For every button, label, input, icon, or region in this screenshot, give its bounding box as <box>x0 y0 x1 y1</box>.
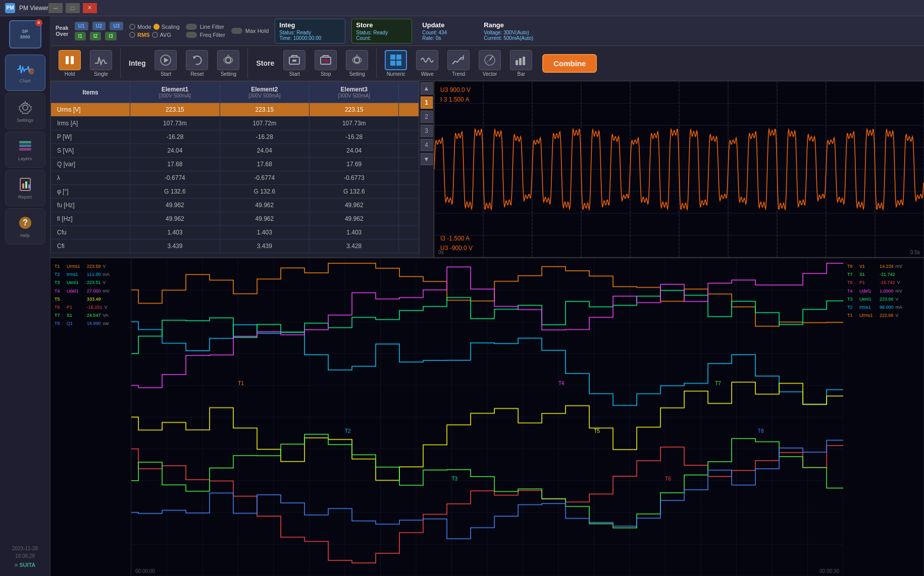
mode-radio-top[interactable] <box>129 24 135 30</box>
numeric-button[interactable]: Numeric <box>382 49 410 78</box>
avg-radio[interactable] <box>129 32 135 38</box>
wave-canvas <box>434 81 924 257</box>
svg-point-16 <box>226 58 231 63</box>
sidebar-item-settings[interactable]: Settings <box>5 93 45 129</box>
store-section: Store Status: Ready Count: <box>351 19 412 43</box>
scroll-num-1[interactable]: 1 <box>421 97 433 109</box>
legend-b-id-1: T7 <box>847 270 857 278</box>
toolbar-divider-2 <box>247 48 248 78</box>
svg-rect-23 <box>396 55 401 60</box>
legend-b-unit-6: V <box>896 311 899 319</box>
cell-e1-9: 1.403 <box>130 226 220 239</box>
svg-rect-13 <box>71 56 74 64</box>
vector-button[interactable]: Vector <box>476 49 504 78</box>
wave-i3-top: I 3 1.500 A <box>440 95 471 105</box>
scroll-up-btn[interactable]: ▲ <box>421 82 433 94</box>
legend-b-val-4: 223.66 <box>880 295 894 303</box>
integ-start-button[interactable]: Start <box>151 49 180 78</box>
integ-setting-button[interactable]: Setting <box>214 49 242 78</box>
legend-val-5: -16.151 <box>87 303 102 311</box>
legend-bottom-item-T2: T2 Irms1 98.000 mA <box>847 303 919 311</box>
legend-name-1: Irms1 <box>67 270 85 278</box>
chart-legend: T1 Urms1 223.59 V T2 Irms1 111.00 mA T3 … <box>50 258 131 576</box>
single-button[interactable]: Single <box>87 49 115 78</box>
sidebar-item-label-report: Report <box>18 195 32 200</box>
cell-e1-4: 17.68 <box>130 158 220 171</box>
svg-rect-22 <box>390 55 395 60</box>
line-filter-toggle[interactable] <box>186 24 197 30</box>
hold-button[interactable]: Hold <box>56 49 84 78</box>
cell-e1-6: G 132.6 <box>130 185 220 199</box>
store-setting-button[interactable]: Setting <box>343 49 371 78</box>
max-hold-toggle[interactable] <box>231 28 242 34</box>
legend-b-id-4: T3 <box>847 295 857 303</box>
legend-b-id-0: T8 <box>847 262 857 270</box>
peak-over-group: Peak Over <box>56 25 69 37</box>
combine-button[interactable]: Combine <box>542 54 597 73</box>
legend-item-T6: T6 P1 -16.151 V <box>55 303 127 311</box>
wave-button[interactable]: Wave <box>413 49 441 78</box>
range-label: Range <box>484 21 533 29</box>
chart-canvas <box>131 258 843 576</box>
sidebar-item-waveform[interactable]: Chart <box>5 55 45 91</box>
channel-u2-btn[interactable]: U2 <box>92 22 106 30</box>
legend-b-name-1: S1 <box>859 270 878 278</box>
avg-label: AVG <box>160 32 171 38</box>
store-start-button[interactable]: Start <box>280 49 309 78</box>
toolbar: Peak Over U1 U2 U3 I1 I2 I3 <box>50 16 924 46</box>
svg-rect-24 <box>390 61 395 66</box>
store-status-label: Status: <box>356 30 372 35</box>
cell-e1-3: 24.04 <box>130 144 220 158</box>
legend-val-2: 223.51 <box>87 278 101 286</box>
legend-item-T4: T4 Udel1 27.000 mV <box>55 287 127 295</box>
channel-i3-btn[interactable]: I3 <box>105 32 116 40</box>
legend-item-T8: T8 Q1 18.990 var <box>55 319 127 327</box>
integ-reset-icon <box>186 50 208 70</box>
avg-radio2[interactable] <box>152 32 158 38</box>
integ-setting-icon <box>217 50 239 70</box>
channel-u3-btn[interactable]: U3 <box>110 22 123 30</box>
bar-button[interactable]: Bar <box>507 49 535 78</box>
integ-status-label: Status: <box>279 30 295 35</box>
freq-filter-toggle[interactable] <box>186 32 197 38</box>
stop-button[interactable]: Stop <box>312 49 340 78</box>
close-button[interactable]: ✕ <box>83 3 97 13</box>
scroll-down-btn[interactable]: ▼ <box>421 153 433 165</box>
legend-name-2: Ueni1 <box>67 278 85 286</box>
sidebar-item-report[interactable]: Report <box>5 170 45 206</box>
store-start-icon <box>283 50 305 70</box>
scroll-num-3[interactable]: 3 <box>421 125 433 137</box>
scroll-num-4[interactable]: 4 <box>421 139 433 151</box>
over-label: Over <box>56 31 68 37</box>
update-label: Update <box>422 21 470 29</box>
legend-b-name-5: Irms1 <box>859 303 878 311</box>
table-scroll-area[interactable]: Items Element1[300V 500mA] Element2[300V… <box>50 81 419 257</box>
vector-icon <box>479 50 501 70</box>
scaling-radio[interactable] <box>153 24 160 30</box>
legend-unit-5: V <box>105 303 108 311</box>
cell-e1-0: 223.15 <box>130 103 220 117</box>
scroll-num-2[interactable]: 2 <box>421 111 433 123</box>
data-table: Items Element1[300V 500mA] Element2[300V… <box>50 81 419 253</box>
sidebar-item-help[interactable]: ? Help <box>5 208 45 245</box>
minimize-button[interactable]: ─ <box>48 3 63 13</box>
svg-rect-18 <box>292 60 296 62</box>
sidebar-item-layers[interactable]: Layers <box>5 131 45 168</box>
svg-text:?: ? <box>23 218 28 227</box>
legend-b-unit-0: mV <box>896 262 903 270</box>
wave-u3-bottom: U3 -900.0 V <box>440 244 473 253</box>
channel-u1-btn[interactable]: U1 <box>75 22 88 30</box>
channel-i2-btn[interactable]: I2 <box>90 32 101 40</box>
cell-item-5: λ <box>51 171 130 185</box>
channel-i1-btn[interactable]: I1 <box>75 32 86 40</box>
integ-time-row: Time: 10000:00:00 <box>279 35 341 41</box>
trend-button[interactable]: Trend <box>444 49 473 78</box>
svg-line-27 <box>490 56 493 60</box>
legend-b-name-4: Ueni1 <box>859 295 878 303</box>
cell-item-7: fu [Hz] <box>51 199 130 212</box>
maximize-button[interactable]: □ <box>66 3 80 13</box>
rms-label: RMS <box>137 32 149 38</box>
range-voltage-val: 300V(Auto) <box>503 30 529 35</box>
freq-filter-label: Freq Filter <box>200 32 225 38</box>
integ-reset-button[interactable]: Reset <box>183 49 211 78</box>
